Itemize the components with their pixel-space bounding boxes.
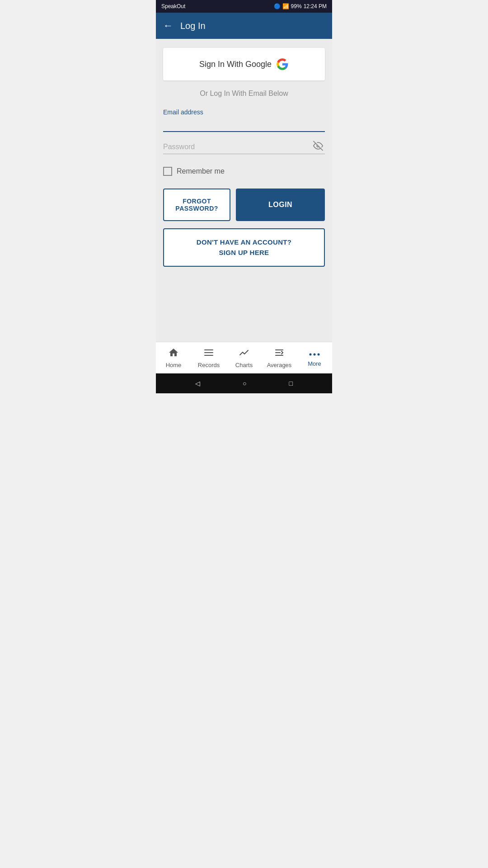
records-icon [203, 347, 214, 360]
signup-button[interactable]: DON'T HAVE AN ACCOUNT? SIGN UP HERE [163, 228, 325, 267]
app-header: ← Log In [156, 13, 332, 39]
android-home-button[interactable]: ○ [243, 380, 246, 387]
nav-item-records[interactable]: Records [191, 342, 226, 373]
google-signin-button[interactable]: Sign In With Google [163, 48, 325, 80]
bottom-navigation: Home Records Charts [156, 342, 332, 373]
charts-icon [239, 347, 249, 360]
nav-home-label: Home [166, 362, 182, 368]
nav-item-charts[interactable]: Charts [226, 342, 262, 373]
nav-item-more[interactable]: More [297, 342, 332, 373]
page-title: Log In [180, 21, 206, 31]
signal-icon: 📶 [282, 3, 289, 9]
password-input-wrap [163, 140, 325, 154]
signup-line1: DON'T HAVE AN ACCOUNT? [197, 238, 291, 246]
time-label: 12:24 PM [304, 3, 327, 9]
nav-charts-label: Charts [235, 362, 253, 368]
carrier-label: SpeakOut [161, 3, 185, 9]
svg-point-9 [310, 354, 312, 356]
email-input[interactable] [163, 118, 325, 131]
remember-me-row: Remember me [163, 167, 325, 176]
back-button[interactable]: ← [163, 20, 173, 32]
or-divider-text: Or Log In With Email Below [163, 90, 325, 98]
status-bar: SpeakOut 🔵 📶 99% 12:24 PM [156, 0, 332, 13]
android-navigation-bar: ◁ ○ □ [156, 373, 332, 393]
home-icon [168, 347, 179, 360]
login-button[interactable]: LOGIN [236, 189, 325, 221]
status-icons: 🔵 📶 99% 12:24 PM [274, 3, 327, 9]
bluetooth-icon: 🔵 [274, 3, 281, 9]
android-back-button[interactable]: ◁ [195, 380, 200, 387]
email-field-group: Email address [163, 108, 325, 132]
nav-records-label: Records [198, 362, 220, 368]
google-signin-label: Sign In With Google [199, 60, 272, 69]
signup-line2: SIGN UP HERE [219, 249, 269, 256]
nav-more-label: More [308, 360, 321, 367]
nav-item-averages[interactable]: Averages [262, 342, 297, 373]
more-icon [309, 349, 320, 359]
averages-icon [274, 347, 285, 360]
password-toggle-icon[interactable] [313, 141, 323, 153]
nav-averages-label: Averages [267, 362, 292, 368]
email-label: Email address [163, 108, 325, 116]
password-input[interactable] [163, 140, 325, 154]
remember-me-label: Remember me [177, 167, 225, 175]
remember-me-checkbox[interactable] [163, 167, 172, 176]
google-logo-icon [276, 58, 289, 71]
main-content: Sign In With Google Or Log In With Email… [156, 39, 332, 342]
auth-buttons-row: FORGOT PASSWORD? LOGIN [163, 189, 325, 221]
battery-label: 99% [291, 3, 302, 9]
svg-point-11 [318, 354, 320, 356]
svg-line-8 [282, 353, 283, 354]
forgot-password-button[interactable]: FORGOT PASSWORD? [163, 189, 230, 221]
email-input-wrap [163, 118, 325, 132]
android-recents-button[interactable]: □ [289, 380, 293, 387]
nav-item-home[interactable]: Home [156, 342, 191, 373]
password-field-group [163, 140, 325, 154]
svg-point-10 [314, 354, 316, 356]
